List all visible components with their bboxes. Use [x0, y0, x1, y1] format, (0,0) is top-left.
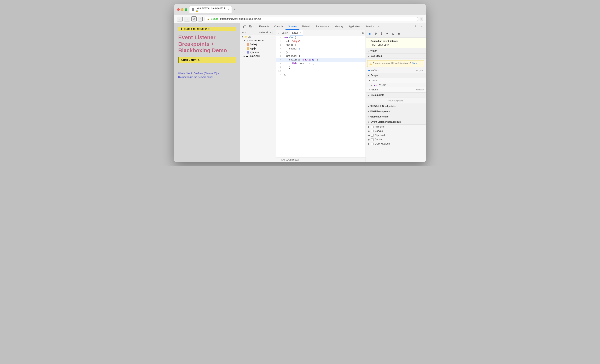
maximize-button[interactable] [185, 8, 187, 11]
scope-this-item[interactable]: ▶ this : Vue$3 [366, 83, 426, 87]
line-num-4: 4 [276, 47, 283, 51]
devtools-link[interactable]: What's New In DevTools (Chrome 66) > [178, 72, 219, 75]
tab-security[interactable]: Security [363, 23, 376, 30]
filetree-back-button[interactable]: ← [242, 31, 244, 34]
svg-point-19 [399, 35, 399, 35]
tree-item-framework[interactable]: ▼ ☁ framework-bla... [240, 39, 276, 43]
step-out-button[interactable] [385, 31, 390, 36]
line-num-1: 1 [276, 36, 283, 40]
bp-animation-check[interactable] [371, 126, 374, 128]
xhr-section-header[interactable]: ▶ XHR/fetch Breakpoints [366, 104, 426, 109]
editor-tab-appjs-close[interactable]: × [300, 32, 301, 34]
watch-label: Watch [370, 49, 377, 52]
active-browser-tab[interactable]: Event Listener Breakpoints + 🔒 × [189, 6, 232, 13]
bp-item-control[interactable]: ▶ Control [366, 137, 426, 142]
close-button[interactable] [177, 8, 179, 11]
bp-control-check[interactable] [371, 138, 374, 141]
step-over-button[interactable] [373, 31, 378, 36]
tab-application[interactable]: Application [346, 23, 363, 30]
home-button[interactable]: ⌂ [198, 17, 203, 21]
forward-button[interactable]: → [184, 17, 190, 21]
tab-network[interactable]: Network [300, 23, 313, 30]
step-into-button[interactable] [379, 31, 384, 36]
code-line-8: 8 this.count += 1; [276, 62, 366, 65]
callstack-label: Call Stack [371, 55, 382, 57]
breakpoints-section-header[interactable]: ▼ Breakpoints [366, 92, 426, 98]
code-content[interactable]: 1 new Vue({ 2 el: '#app', 3 data: { [276, 36, 366, 157]
divider [178, 68, 236, 68]
scope-global-header[interactable]: ▶ Global Window [366, 87, 426, 92]
click-count-button[interactable]: Click Count: 4 [178, 57, 236, 63]
tab-elements[interactable]: Elements [256, 23, 272, 30]
inspect-element-button[interactable] [242, 24, 247, 29]
stack-frame-onclick[interactable]: onClick app.js:7 [366, 68, 426, 73]
refresh-button[interactable]: ↺ [191, 16, 197, 21]
bp-item-dom-mutation[interactable]: ▶ DOM Mutation [366, 142, 426, 146]
bookmark-button[interactable]: ☆ [420, 17, 423, 21]
tree-item-top[interactable]: ▼ 📁 top [240, 35, 276, 39]
tab-sources[interactable]: Sources [285, 23, 300, 30]
tab-memory[interactable]: Memory [332, 23, 346, 30]
bp-dom-mutation-check[interactable] [371, 143, 374, 145]
scope-this-arrow: ▶ [371, 84, 372, 86]
bp-item-clipboard[interactable]: ▶ Clipboard [366, 133, 426, 137]
breakpoints-label: Breakpoints [371, 94, 384, 96]
editor-nav-back[interactable]: ‹ [277, 31, 280, 34]
paused-info: ℹ Paused on event listener BUTTON.click [366, 38, 426, 48]
scope-local-header[interactable]: ▼ Local [366, 78, 426, 83]
watch-section-header[interactable]: ▶ Watch [366, 48, 426, 54]
callstack-arrow: ▼ [368, 55, 370, 57]
svg-rect-6 [371, 33, 371, 35]
callstack-section-header[interactable]: ▼ Call Stack [366, 54, 426, 59]
devtools-close-button[interactable]: × [419, 24, 424, 28]
deactivate-breakpoints-button[interactable] [391, 31, 395, 36]
filetree-options-button[interactable]: ≡ [245, 31, 246, 34]
devtools-menu-button[interactable]: ⋮ [413, 24, 418, 29]
code-line-4: 4 count: 0 [276, 47, 366, 51]
url-text: https://framework-blackboxing.glitch.me [220, 18, 261, 20]
network-tab-button[interactable]: Network [259, 31, 269, 34]
back-button[interactable]: ← [177, 17, 183, 21]
stack-file-ref: app.js:7 [415, 69, 423, 72]
svg-marker-10 [381, 34, 382, 35]
url-bar[interactable]: 🔒 Secure https://framework-blackboxing.g… [204, 17, 418, 21]
tree-item-index[interactable]: (index) [240, 43, 276, 46]
code-line-6: 6 methods: { [276, 55, 366, 58]
tree-item-stylecss[interactable]: style.css [240, 50, 276, 54]
tab-close-button[interactable]: × [228, 8, 229, 11]
svg-marker-5 [369, 33, 371, 35]
bp-canvas-check[interactable] [371, 130, 374, 132]
filetree-more-button[interactable]: » [270, 31, 271, 34]
tree-item-appjs[interactable]: app.js [240, 46, 276, 50]
new-tab-button[interactable]: + [233, 8, 237, 11]
js-file-icon [247, 47, 249, 50]
dom-section-header[interactable]: ▶ DOM Breakpoints [366, 109, 426, 114]
show-blackboxed-link[interactable]: Show [412, 62, 418, 64]
filetree-menu-button[interactable]: ⋮ [272, 31, 274, 34]
minimize-button[interactable] [181, 8, 183, 11]
devtools-panel: Elements Console Sources Network Perform… [240, 23, 426, 162]
bp-control-label: Control [375, 138, 382, 141]
blackboxing-link[interactable]: Blackboxing in the Network panel [178, 76, 212, 78]
file-tree-pane: ← ≡ Network » ⋮ ▼ 📁 top ▼ [240, 30, 276, 162]
bp-clipboard-check[interactable] [371, 134, 374, 136]
tab-performance[interactable]: Performance [313, 23, 332, 30]
device-toolbar-button[interactable] [248, 24, 253, 29]
editor-tab-vuejs[interactable]: vue.js [280, 30, 290, 36]
stack-dot [368, 70, 370, 71]
more-tabs-button[interactable]: » [376, 25, 381, 28]
event-listener-bp-section-header[interactable]: ▼ Event Listener Breakpoints [366, 119, 426, 125]
resume-button[interactable] [367, 31, 372, 36]
editor-split-button[interactable]: ▦ [362, 31, 364, 35]
scope-section-header[interactable]: ▼ Scope [366, 73, 426, 78]
line-num-2: 2 [276, 40, 283, 43]
tree-item-unpkg[interactable]: ▶ ☁ unpkg.com [240, 54, 276, 58]
svg-rect-0 [243, 25, 244, 26]
tab-console[interactable]: Console [272, 23, 285, 30]
global-listeners-section-header[interactable]: ▶ Global Listeners [366, 114, 426, 119]
bp-item-canvas[interactable]: ▶ Canvas [366, 129, 426, 133]
bp-item-animation[interactable]: ▶ Animation [366, 125, 426, 129]
pause-on-exceptions-button[interactable] [396, 31, 401, 36]
editor-tab-appjs[interactable]: app.js × [290, 30, 303, 36]
format-code-button[interactable]: {} [278, 158, 280, 161]
